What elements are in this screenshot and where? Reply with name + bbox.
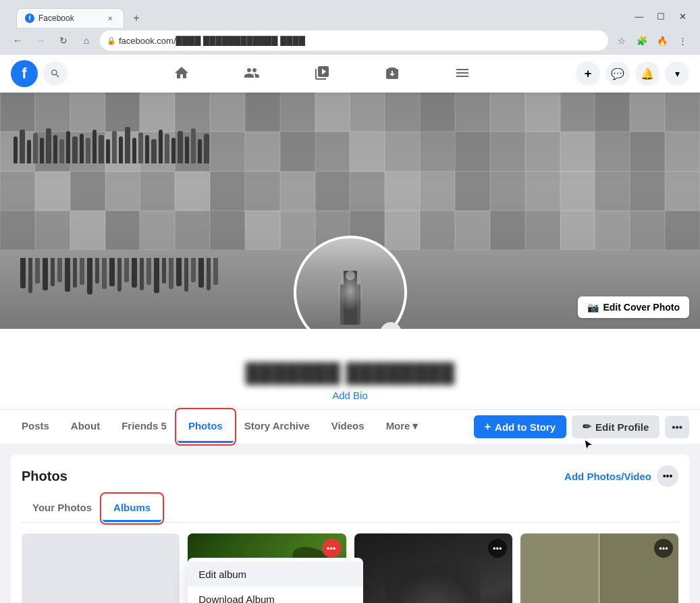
plus-icon: + — [485, 421, 491, 433]
photos-section: Photos Add Photos/Video ••• Your Photos … — [11, 454, 689, 603]
address-actions: ☆ 🧩 🔥 ⋮ — [612, 31, 692, 50]
fb-nav-center — [68, 57, 576, 90]
home-nav-btn[interactable]: ⌂ — [77, 31, 96, 50]
tab-close-btn[interactable]: ✕ — [105, 13, 115, 24]
album-dropdown-spring: Edit album Download Album Delete album E… — [188, 558, 363, 603]
camera-icon: 📷 — [587, 302, 599, 313]
photos-header: Photos Add Photos/Video ••• — [22, 465, 678, 487]
edit-profile-label: Edit Profile — [595, 421, 649, 433]
photos-title: Photos — [22, 469, 68, 484]
album-grid: + Create Album ••• — [22, 533, 678, 603]
tab-favicon: f — [25, 14, 34, 23]
subtab-albums[interactable]: Albums — [103, 495, 161, 522]
add-photos-btn[interactable]: Add Photos/Video — [564, 471, 651, 482]
add-to-story-btn[interactable]: + Add to Story — [474, 415, 566, 438]
tab-posts[interactable]: Posts — [11, 411, 60, 443]
minimize-btn[interactable]: — — [630, 7, 649, 26]
album-card-dark[interactable]: ••• — [354, 533, 512, 603]
album-more-btn-collage[interactable]: ••• — [654, 539, 673, 558]
cover-photo-area: 📷 📷 Edit Cover Photo — [0, 93, 700, 329]
nav-marketplace[interactable] — [358, 57, 426, 90]
tab-title: Facebook — [38, 14, 101, 23]
album-more-btn-dark[interactable]: ••• — [488, 539, 507, 558]
profile-fire-btn[interactable]: 🔥 — [653, 31, 672, 50]
new-tab-btn[interactable]: + — [127, 9, 146, 28]
tab-about[interactable]: About — [60, 411, 111, 443]
tab-photos[interactable]: Photos — [178, 411, 234, 443]
ellipsis-icon: ••• — [672, 421, 682, 433]
tab-bar: f Facebook ✕ + — [8, 8, 624, 28]
chevron-down-icon: ▾ — [412, 420, 418, 432]
pencil-icon: ✏ — [583, 421, 591, 433]
album-card-collage[interactable]: ••• — [520, 533, 678, 603]
album-card-create[interactable]: + Create Album — [22, 533, 180, 603]
search-btn[interactable] — [43, 61, 68, 86]
address-input-wrap: 🔒 — [100, 30, 608, 51]
collage-cell-1 — [520, 533, 599, 603]
photos-section-more-btn[interactable]: ••• — [657, 465, 678, 487]
tab-more[interactable]: More ▾ — [375, 411, 429, 444]
bookmark-btn[interactable]: ☆ — [612, 31, 631, 50]
edit-cover-photo-btn[interactable]: 📷 Edit Cover Photo — [578, 296, 689, 318]
edit-profile-btn[interactable]: ✏ Edit Profile — [572, 415, 659, 438]
add-bio-link[interactable]: Add Bio — [332, 387, 368, 409]
browser-titlebar: f Facebook ✕ + — ☐ ✕ — [0, 0, 700, 28]
maximize-btn[interactable]: ☐ — [651, 7, 670, 26]
tab-friends[interactable]: Friends 5 — [111, 411, 178, 443]
fb-nav-right: + 💬 🔔 ▾ — [576, 61, 689, 86]
facebook-app: f + — [0, 55, 700, 603]
plus-icon: + — [92, 598, 108, 603]
photos-header-actions: Add Photos/Video ••• — [564, 465, 678, 487]
photos-subtabs: Your Photos Albums — [22, 495, 678, 523]
dropdown-item-edit-album[interactable]: Edit album — [188, 562, 363, 587]
dropdown-edit-album-label: Edit album — [198, 569, 246, 580]
tab-story-archive[interactable]: Story Archive — [234, 411, 321, 443]
back-btn[interactable]: ← — [8, 31, 27, 50]
album-thumb-create: + — [22, 533, 180, 603]
subtab-your-photos[interactable]: Your Photos — [22, 495, 103, 522]
profile-name: ███████ ████████ — [245, 363, 454, 384]
close-btn[interactable]: ✕ — [673, 7, 692, 26]
messenger-btn[interactable]: 💬 — [605, 61, 630, 86]
nav-video[interactable] — [288, 57, 356, 90]
profile-pic-area: 📷 — [294, 236, 407, 329]
browser-tab[interactable]: f Facebook ✕ — [16, 8, 124, 28]
tab-videos[interactable]: Videos — [321, 411, 375, 443]
profile-tabs: Posts About Friends 5 Photos Story Archi… — [0, 409, 700, 444]
profile-more-btn[interactable]: ••• — [665, 416, 689, 438]
browser-menu-btn[interactable]: ⋮ — [673, 31, 692, 50]
refresh-btn[interactable]: ↻ — [54, 31, 73, 50]
nav-friends[interactable] — [218, 57, 286, 90]
profile-name-text: ███████ ████████ — [245, 363, 454, 384]
browser-window-controls: — ☐ ✕ — [630, 7, 692, 26]
profile-tab-actions: + Add to Story ✏ Edit Profile ••• — [474, 410, 689, 444]
profile-main: Photos Add Photos/Video ••• Your Photos … — [0, 444, 700, 603]
nav-menu[interactable] — [429, 57, 496, 90]
nav-home[interactable] — [148, 57, 215, 90]
lock-icon: 🔒 — [107, 36, 116, 45]
album-more-btn-spring[interactable]: ••• — [322, 539, 341, 558]
create-btn[interactable]: + — [576, 61, 600, 86]
fb-logo[interactable]: f — [11, 60, 38, 87]
account-btn[interactable]: ▾ — [665, 61, 689, 86]
add-story-label: Add to Story — [495, 421, 556, 433]
notifications-btn[interactable]: 🔔 — [635, 61, 659, 86]
dropdown-download-album-label: Download Album — [198, 594, 275, 603]
address-input[interactable] — [100, 30, 608, 51]
address-bar: ← → ↻ ⌂ 🔒 ☆ 🧩 🔥 ⋮ — [0, 28, 700, 55]
dropdown-item-download-album[interactable]: Download Album — [188, 587, 363, 603]
browser-chrome: f Facebook ✕ + — ☐ ✕ ← → ↻ ⌂ 🔒 ☆ 🧩 🔥 ⋮ — [0, 0, 700, 55]
album-card-spring[interactable]: ••• Edit album Download Album Delete alb… — [188, 533, 346, 603]
extensions-btn[interactable]: 🧩 — [632, 31, 651, 50]
profile-pic — [294, 236, 407, 329]
forward-btn[interactable]: → — [31, 31, 50, 50]
fb-topnav: f + — [0, 55, 700, 93]
profile-info: ███████ ████████ Add Bio — [0, 329, 700, 409]
edit-cover-photo-label: Edit Cover Photo — [603, 302, 680, 313]
